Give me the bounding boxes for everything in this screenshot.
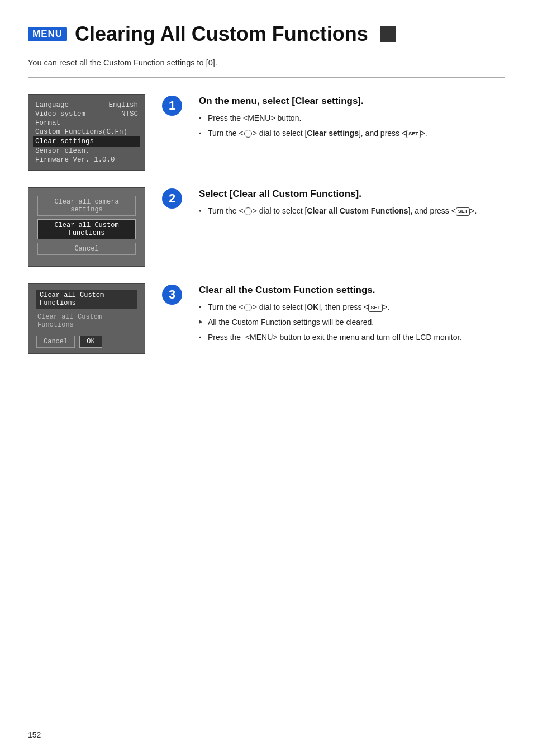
screen3-cancel-btn: Cancel (36, 336, 75, 348)
screen-row-format: Format (35, 119, 138, 127)
step-3-screen: Clear all Custom Functions Clear all Cus… (28, 284, 145, 354)
dial-icon-2 (244, 207, 252, 215)
step-2-bullets: Turn the <> dial to select [Clear all Cu… (199, 205, 505, 217)
step-1-screen: LanguageEnglish Video systemNTSC Format … (28, 94, 145, 171)
step-2-row: Clear all camera settings Clear all Cust… (28, 187, 505, 267)
screen3-ok-btn: OK (79, 336, 102, 348)
subtitle: You can reset all the Custom Function se… (28, 58, 505, 67)
title-decorative-block (380, 26, 396, 42)
title-text: Clearing All Custom Functions (75, 22, 368, 46)
step-1-number: 1 (162, 96, 182, 116)
step-1-heading: On the menu, select [Clear settings]. (199, 96, 505, 107)
screen-row-video: Video systemNTSC (35, 110, 138, 119)
step-2-heading: Select [Clear all Custom Functions]. (199, 188, 505, 200)
page-title: MENU Clearing All Custom Functions (28, 22, 505, 46)
step-3-bullets: Turn the <> dial to select [OK], then pr… (199, 301, 505, 343)
screen2-row-custom-fn: Clear all Custom Functions (37, 219, 136, 239)
divider (28, 77, 505, 78)
steps-container: LanguageEnglish Video systemNTSC Format … (28, 94, 505, 371)
step-3-row: Clear all Custom Functions Clear all Cus… (28, 284, 505, 354)
step-1-bullet-2: Turn the <> dial to select [Clear settin… (199, 127, 505, 139)
step-1-row: LanguageEnglish Video systemNTSC Format … (28, 94, 505, 171)
screen-row-custom-fn: Custom Functions(C.Fn) (35, 127, 138, 136)
dial-icon-1 (244, 130, 252, 138)
dial-icon-3 (244, 304, 252, 311)
step-1-bullet-1: Press the <MENU> button. (199, 112, 505, 124)
step-3-bullet-2: All the Custom Function settings will be… (199, 316, 505, 328)
set-icon-3: SET (368, 304, 383, 312)
step-1-bullets: Press the <MENU> button. Turn the <> dia… (199, 112, 505, 139)
screen-row-sensor: Sensor clean. (35, 147, 138, 155)
step-2-number: 2 (162, 188, 182, 209)
step-3-text: Clear all the Custom Function settings. … (199, 284, 505, 347)
step-1-screen-inner: LanguageEnglish Video systemNTSC Format … (28, 95, 145, 170)
menu-badge: MENU (28, 27, 67, 41)
screen-row-firmware: Firmware Ver. 1.0.0 (35, 155, 138, 164)
step-2-screen: Clear all camera settings Clear all Cust… (28, 187, 145, 267)
screen2-row-cancel: Cancel (37, 243, 136, 255)
screen-row-language: LanguageEnglish (35, 101, 138, 110)
step-1-text: On the menu, select [Clear settings]. Pr… (199, 94, 505, 143)
step-3-heading: Clear all the Custom Function settings. (199, 285, 505, 296)
screen3-buttons: Cancel OK (36, 336, 137, 348)
screen-row-clear-settings: Clear settings (33, 136, 140, 147)
screen3-header: Clear all Custom Functions (36, 290, 137, 309)
screen3-subtext: Clear all Custom Functions (36, 313, 137, 329)
step-2-text: Select [Clear all Custom Functions]. Tur… (199, 187, 505, 220)
screen2-row-camera: Clear all camera settings (37, 196, 136, 216)
step-2-bullet-1: Turn the <> dial to select [Clear all Cu… (199, 205, 505, 217)
step-3-bullet-3: Press the <MENU> button to exit the menu… (199, 332, 505, 343)
step-3-number: 3 (162, 285, 182, 305)
page-number: 152 (28, 730, 41, 739)
step-3-bullet-1: Turn the <> dial to select [OK], then pr… (199, 301, 505, 313)
set-icon-1: SET (406, 130, 421, 138)
set-icon-2: SET (456, 207, 470, 216)
